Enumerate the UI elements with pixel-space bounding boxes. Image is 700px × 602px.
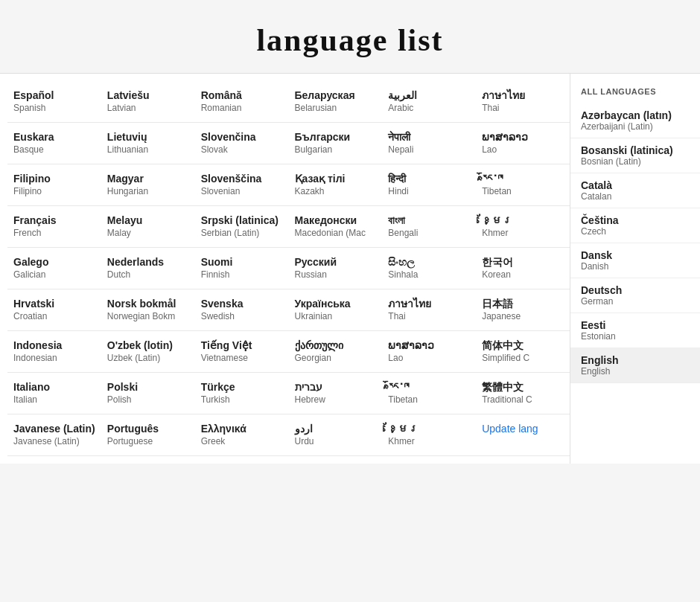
lang-cell[interactable]: УкраїнськаUkrainian [289,289,383,331]
lang-cell[interactable]: ภาษาไทยThai [476,81,570,123]
lang-cell[interactable]: 한국어Korean [476,248,570,289]
lang-cell[interactable]: TürkçeTurkish [195,373,289,414]
lang-cell[interactable]: हिन्दीHindi [382,164,476,206]
lang-cell[interactable]: PortuguêsPortuguese [101,414,195,456]
lang-cell[interactable]: རྫོང་ཁTibetan [476,164,570,206]
sidebar-item[interactable]: EestiEstonian [570,313,700,348]
main-container: EspañolSpanishLatviešuLatvianRomânăRoman… [0,73,700,464]
lang-cell[interactable]: ខ្មែរKhmer [382,414,476,456]
lang-cell[interactable]: O'zbek (lotin)Uzbek (Latin) [101,331,195,373]
lang-cell[interactable]: اردوUrdu [289,414,383,456]
lang-cell[interactable]: Tiếng ViệtVietnamese [195,331,289,373]
lang-cell[interactable]: NederlandsDutch [101,248,195,289]
lang-cell[interactable]: EspañolSpanish [7,81,101,123]
lang-cell[interactable]: LietuviųLithuanian [101,123,195,164]
lang-cell[interactable]: 简体中文Simplified C [476,331,570,373]
lang-cell[interactable]: ខ្មែរKhmer [476,206,570,248]
sidebar-item[interactable]: Bosanski (latinica)Bosnian (Latin) [570,138,700,173]
lang-cell[interactable]: ภาษาไทยThai [382,289,476,331]
lang-cell[interactable]: 繁體中文Traditional C [476,373,570,414]
page-title: language list [0,0,700,73]
lang-cell[interactable]: Srpski (latinica)Serbian (Latin) [195,206,289,248]
lang-cell[interactable]: FilipinoFilipino [7,164,101,206]
lang-cell[interactable]: MagyarHungarian [101,164,195,206]
lang-cell[interactable]: ພາສາລາວLao [476,123,570,164]
lang-cell[interactable]: БългарскиBulgarian [289,123,383,164]
lang-cell[interactable]: SlovenčinaSlovak [195,123,289,164]
lang-cell[interactable]: HrvatskiCroatian [7,289,101,331]
lang-cell[interactable]: עבריתHebrew [289,373,383,414]
lang-cell[interactable]: LatviešuLatvian [101,81,195,123]
sidebar-item[interactable]: DanskDanish [570,243,700,278]
lang-cell[interactable]: རྫོང་ཁTibetan [382,373,476,414]
lang-cell[interactable]: Norsk bokmålNorwegian Bokm [101,289,195,331]
lang-cell[interactable]: БеларускаяBelarusian [289,81,383,123]
lang-cell[interactable]: GalegoGalician [7,248,101,289]
lang-cell[interactable]: नेपालीNepali [382,123,476,164]
lang-cell[interactable]: ΕλληνικάGreek [195,414,289,456]
lang-cell[interactable]: МакедонскиMacedonian (Mac [289,206,383,248]
sidebar-item[interactable]: DeutschGerman [570,278,700,313]
sidebar: ALL LANGUAGES Azərbaycan (latın)Azerbaij… [570,74,700,464]
sidebar-item[interactable]: ČeštinaCzech [570,208,700,243]
lang-cell[interactable]: FrançaisFrench [7,206,101,248]
lang-cell[interactable]: IndonesiaIndonesian [7,331,101,373]
lang-cell[interactable]: ພາສາລາວLao [382,331,476,373]
lang-cell[interactable]: ქართულიGeorgian [289,331,383,373]
lang-cell[interactable]: ItalianoItalian [7,373,101,414]
sidebar-item[interactable]: EnglishEnglish [570,348,700,383]
lang-cell[interactable]: සිංහලSinhala [382,248,476,289]
lang-cell[interactable]: Update lang [476,414,570,456]
lang-cell[interactable]: PolskiPolish [101,373,195,414]
lang-cell[interactable]: العربيةArabic [382,81,476,123]
lang-cell[interactable]: Javanese (Latin)Javanese (Latin) [7,414,101,456]
lang-cell[interactable]: EuskaraBasque [7,123,101,164]
lang-cell[interactable]: SuomiFinnish [195,248,289,289]
lang-cell[interactable]: MelayuMalay [101,206,195,248]
lang-cell[interactable]: Қазақ тіліKazakh [289,164,383,206]
lang-cell[interactable]: SvenskaSwedish [195,289,289,331]
sidebar-item[interactable]: Azərbaycan (latın)Azerbaijani (Latin) [570,103,700,138]
lang-cell[interactable]: SlovenščinaSlovenian [195,164,289,206]
lang-cell[interactable]: বাংলাBengali [382,206,476,248]
sidebar-header: ALL LANGUAGES [570,81,700,103]
language-grid: EspañolSpanishLatviešuLatvianRomânăRoman… [0,74,570,464]
lang-cell[interactable]: РусскийRussian [289,248,383,289]
lang-cell[interactable]: 日本語Japanese [476,289,570,331]
sidebar-item[interactable]: CatalàCatalan [570,173,700,208]
lang-cell[interactable]: RomânăRomanian [195,81,289,123]
